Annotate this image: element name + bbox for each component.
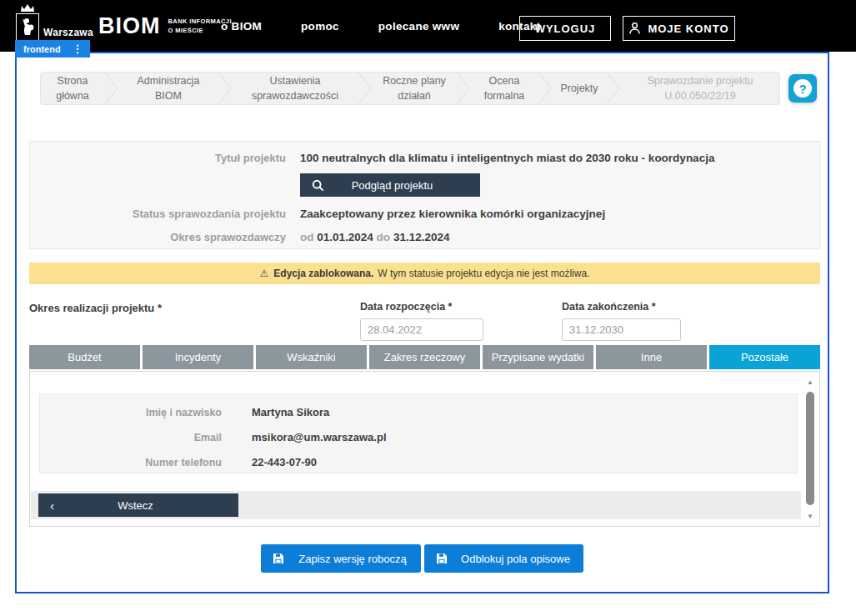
breadcrumb-item-ocena-formalna[interactable]: Ocena formalna: [471, 73, 538, 104]
back-button[interactable]: ‹ Wstecz: [38, 493, 238, 517]
breadcrumb-item-projekty[interactable]: Projekty: [553, 73, 606, 104]
content-frame: Strona główna Administracja BIOM Ustawie…: [15, 52, 829, 593]
warsaw-logo[interactable]: [15, 2, 40, 41]
crown-icon: [15, 2, 40, 13]
panel-footer: ‹ Wstecz: [31, 491, 801, 519]
breadcrumb-item-roczne-plany-dzialan[interactable]: Roczne plany działań: [373, 73, 456, 104]
chevron-right-icon: [218, 73, 233, 104]
breadcrumb-item-ustawienia-sprawozdawczosci[interactable]: Ustawienia sprawozdawczości: [233, 73, 358, 104]
breadcrumb-item-administracja-biom[interactable]: Administracja BIOM: [119, 73, 218, 104]
reporting-period-label: Okres sprawozdawczy: [30, 231, 286, 243]
unlock-fields-label: Odblokuj pola opisowe: [459, 553, 572, 565]
person-icon: [628, 22, 641, 35]
contact-name-label: Imię i nazwisko: [40, 407, 222, 418]
nav-item-pomoc[interactable]: pomoc: [301, 20, 339, 33]
unlock-fields-button[interactable]: Odblokuj pola opisowe: [424, 544, 583, 573]
start-date-input[interactable]: [360, 318, 483, 341]
tab-inne[interactable]: Inne: [596, 345, 707, 369]
scroll-down-icon[interactable]: ▼: [804, 513, 816, 521]
save-draft-button[interactable]: Zapisz wersję roboczą: [261, 544, 421, 573]
my-account-label: MOJE KONTO: [648, 23, 728, 35]
breadcrumb-item-strona-glowna[interactable]: Strona główna: [41, 73, 104, 104]
chevron-right-icon: [606, 73, 621, 104]
warsaw-mermaid-icon: [16, 13, 39, 41]
back-button-label: Wstecz: [54, 499, 217, 512]
search-icon: [312, 179, 324, 192]
save-icon: [273, 553, 284, 564]
breadcrumb-current-sprawozdanie-projektu: Sprawozdanie projektu U.00.050/22/19: [621, 73, 779, 104]
tab-panel-pozostale: Imię i nazwisko Martyna Sikora Email msi…: [29, 371, 820, 527]
tab-pozostale[interactable]: Pozostałe: [709, 345, 820, 369]
biom-brand: BIOM: [98, 13, 161, 39]
chevron-right-icon: [538, 73, 553, 104]
start-date-group: Data rozpoczęcia *: [360, 301, 483, 341]
logout-button[interactable]: WYLOGUJ: [519, 16, 611, 41]
tab-wskazniki[interactable]: Wskaźniki: [256, 345, 367, 369]
contact-email-value: msikora@um.warszawa.pl: [252, 431, 387, 443]
contact-info-box: Imię i nazwisko Martyna Sikora Email msi…: [39, 393, 798, 473]
warning-title: Edycja zablokowana.: [273, 268, 373, 279]
edit-locked-warning: ⚠ Edycja zablokowana. W tym statusie pro…: [29, 263, 820, 284]
nav-item-polecane-www[interactable]: polecane www: [378, 20, 459, 33]
end-date-input[interactable]: [562, 318, 681, 341]
kebab-menu-icon[interactable]: ⋮: [73, 43, 83, 54]
my-account-button[interactable]: MOJE KONTO: [623, 16, 735, 41]
realization-period-label: Okres realizacji projektu *: [29, 302, 162, 314]
project-preview-label: Podgląd projektu: [324, 179, 460, 192]
start-date-label: Data rozpoczęcia *: [360, 301, 483, 313]
tab-bar: Budżet Incydenty Wskaźniki Zakres rzeczo…: [29, 345, 820, 369]
contact-phone-value: 22-443-07-90: [252, 456, 317, 468]
tab-budzet[interactable]: Budżet: [29, 345, 140, 369]
question-mark-icon: ?: [793, 79, 812, 98]
environment-label: frontend: [23, 44, 61, 54]
tab-zakres-rzeczowy[interactable]: Zakres rzeczowy: [369, 345, 480, 369]
nav-item-o-biom[interactable]: o BIOM: [221, 20, 262, 33]
scrollbar-thumb[interactable]: [806, 392, 814, 505]
tab-incydenty[interactable]: Incydenty: [143, 345, 253, 369]
contact-email-label: Email: [40, 432, 222, 443]
bottom-actions: Zapisz wersję roboczą Odblokuj pola opis…: [17, 544, 828, 573]
chevron-right-icon: [104, 73, 119, 104]
breadcrumb: Strona główna Administracja BIOM Ustawie…: [40, 72, 780, 105]
end-date-label: Data zakończenia *: [562, 301, 681, 313]
save-draft-label: Zapisz wersję roboczą: [296, 553, 409, 565]
tab-przypisane-wydatki[interactable]: Przypisane wydatki: [483, 345, 593, 369]
reporting-period-value: od 01.01.2024 do 31.12.2024: [300, 231, 449, 243]
project-info-section: Tytuł projektu 100 neutralnych dla klima…: [29, 141, 820, 249]
project-title-label: Tytuł projektu: [30, 152, 286, 164]
warning-message: W tym statusie projektu edycja nie jest …: [378, 268, 589, 279]
help-button[interactable]: ?: [788, 74, 817, 103]
scroll-up-icon[interactable]: ▲: [804, 378, 816, 387]
warning-icon: ⚠: [260, 268, 269, 279]
report-status-value: Zaakceptowany przez kierownika komórki o…: [300, 208, 605, 220]
biom-logo[interactable]: BIOM BANK INFORMACJI O MIEŚCIE: [98, 13, 232, 39]
top-header: Warszawa BIOM BANK INFORMACJI O MIEŚCIE …: [0, 0, 856, 52]
report-status-label: Status sprawozdania projektu: [30, 208, 286, 220]
project-title-value: 100 neutralnych dla klimatu i inteligent…: [300, 152, 714, 164]
project-preview-button[interactable]: Podgląd projektu: [300, 173, 480, 197]
city-label: Warszawa: [43, 27, 93, 38]
save-icon: [436, 553, 448, 564]
environment-badge[interactable]: frontend ⋮: [15, 40, 90, 58]
vertical-scrollbar[interactable]: ▲ ▼: [804, 378, 816, 521]
chevron-right-icon: [456, 73, 471, 104]
chevron-right-icon: [358, 73, 373, 104]
end-date-group: Data zakończenia *: [562, 301, 681, 341]
contact-name-value: Martyna Sikora: [252, 406, 329, 418]
contact-phone-label: Numer telefonu: [40, 457, 222, 468]
